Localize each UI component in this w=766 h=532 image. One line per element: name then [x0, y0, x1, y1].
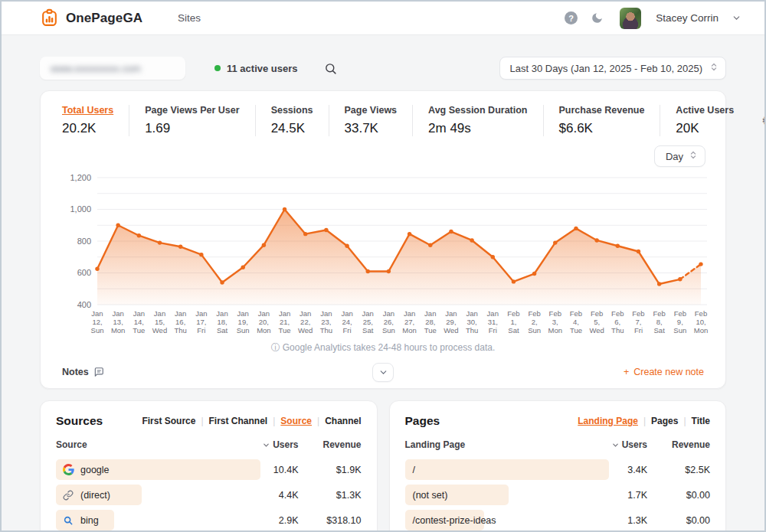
- moon-icon: [591, 11, 604, 24]
- svg-text:Feb6,Thu: Feb6,Thu: [611, 309, 624, 335]
- table-row[interactable]: /contest-prize-ideas1.3K$0.00: [405, 508, 711, 532]
- stat-total-users[interactable]: Total Users20.2K: [62, 105, 129, 136]
- svg-text:Jan23,Thu: Jan23,Thu: [320, 309, 332, 335]
- svg-text:Feb7,Fri: Feb7,Fri: [632, 309, 644, 335]
- interval-select[interactable]: Day: [654, 145, 705, 167]
- stat-label: Total Users: [62, 105, 113, 116]
- value-bar: [405, 459, 610, 480]
- stat-avg-session-duration[interactable]: Avg Session Duration2m 49s: [412, 105, 542, 136]
- svg-text:Feb4,Tue: Feb4,Tue: [570, 309, 582, 335]
- tab-title[interactable]: Title: [692, 416, 710, 426]
- tab-divider: |: [683, 416, 686, 426]
- row-revenue-value: $0.00: [647, 515, 710, 526]
- pages-tabs: Landing Page|Pages|Title: [578, 416, 710, 426]
- table-row[interactable]: google10.4K$1.9K: [56, 457, 362, 482]
- svg-text:Jan18,Sat: Jan18,Sat: [216, 309, 228, 335]
- stat-purchase-revenue[interactable]: Purchase Revenue$6.6K: [543, 105, 660, 136]
- tab-divider: |: [643, 416, 646, 426]
- tab-channel[interactable]: Channel: [325, 416, 361, 426]
- ga-processing-note: ⓘGoogle Analytics takes 24-48 hours to p…: [41, 341, 725, 354]
- stat-label: Page Views Per User: [145, 105, 239, 116]
- note-icon: [93, 367, 104, 377]
- tab-divider: |: [273, 416, 275, 426]
- user-menu-chevron-icon[interactable]: [732, 13, 741, 23]
- pages-panel: Pages Landing Page|Pages|Title Landing P…: [389, 400, 727, 532]
- svg-text:Feb9,Sun: Feb9,Sun: [673, 309, 686, 335]
- tab-source[interactable]: Source: [280, 416, 312, 426]
- row-revenue-value: $1.9K: [299, 465, 362, 475]
- stat-page-views[interactable]: Page Views33.7K: [329, 105, 413, 136]
- row-users-value: 4.4K: [245, 490, 299, 501]
- help-icon[interactable]: ?: [565, 11, 578, 24]
- svg-text:Jan28,Tue: Jan28,Tue: [424, 309, 437, 335]
- metrics-settings-gear-icon[interactable]: ⚙: [761, 115, 766, 127]
- search-button[interactable]: [324, 62, 337, 75]
- tab-first-source[interactable]: First Source: [142, 416, 195, 426]
- tab-divider: |: [317, 416, 319, 426]
- user-name[interactable]: Stacey Corrin: [656, 12, 719, 24]
- create-new-note-link[interactable]: +Create new note: [624, 367, 704, 377]
- svg-text:1,000: 1,000: [70, 204, 91, 214]
- brand[interactable]: OnePageGA: [40, 8, 142, 28]
- link-icon: [63, 489, 74, 501]
- svg-text:Jan13,Mon: Jan13,Mon: [111, 309, 125, 335]
- stat-label: Purchase Revenue: [559, 105, 645, 116]
- dark-mode-toggle[interactable]: [591, 11, 604, 24]
- svg-text:Feb10,Mon: Feb10,Mon: [694, 309, 708, 335]
- svg-text:Jan26,Sun: Jan26,Sun: [382, 309, 395, 335]
- column-users-sort[interactable]: Users: [239, 439, 299, 450]
- table-row[interactable]: (not set)1.7K$0.00: [405, 482, 711, 508]
- table-row[interactable]: (direct)4.4K$1.3K: [56, 482, 362, 508]
- row-label: (direct): [80, 490, 110, 501]
- svg-text:1,200: 1,200: [70, 173, 91, 182]
- svg-text:Feb2,Sun: Feb2,Sun: [528, 309, 541, 335]
- svg-text:400: 400: [77, 300, 91, 309]
- site-selector[interactable]: www.xxxxxxxxx.com: [40, 57, 185, 80]
- svg-text:Jan29,Wed: Jan29,Wed: [444, 309, 458, 335]
- tab-first-channel[interactable]: First Channel: [209, 416, 268, 426]
- brand-name: OnePageGA: [66, 11, 142, 26]
- interval-value: Day: [666, 151, 683, 162]
- svg-text:Jan16,Thu: Jan16,Thu: [175, 309, 187, 335]
- svg-text:Feb5,Wed: Feb5,Wed: [589, 309, 604, 335]
- table-row[interactable]: /3.4K$2.5K: [405, 457, 711, 482]
- svg-text:Jan30,Thu: Jan30,Thu: [466, 309, 478, 335]
- column-users-sort[interactable]: Users: [588, 439, 647, 450]
- row-users-value: 2.9K: [245, 515, 299, 526]
- collapse-notes-button[interactable]: [372, 363, 394, 382]
- row-label: (not set): [413, 490, 448, 501]
- pages-title: Pages: [405, 414, 440, 428]
- user-avatar[interactable]: [620, 8, 641, 29]
- svg-text:Jan20,Mon: Jan20,Mon: [257, 309, 270, 335]
- top-nav: OnePageGA Sites ? Stacey Corrin: [2, 2, 764, 35]
- svg-text:800: 800: [77, 237, 91, 246]
- sources-column-headers: Source Users Revenue: [56, 439, 362, 457]
- stat-sessions[interactable]: Sessions24.5K: [255, 105, 329, 136]
- svg-text:Feb8,Sat: Feb8,Sat: [653, 309, 665, 335]
- stat-value: $6.6K: [559, 121, 645, 136]
- svg-text:Jan15,Wed: Jan15,Wed: [152, 309, 167, 335]
- table-row[interactable]: bing2.9K$318.10: [56, 508, 362, 532]
- date-range-select[interactable]: Last 30 Days (Jan 12, 2025 - Feb 10, 202…: [499, 57, 727, 80]
- svg-text:Feb1,Sat: Feb1,Sat: [507, 309, 519, 335]
- row-users-value: 1.3K: [594, 515, 647, 526]
- sources-tabs: First Source|First Channel|Source|Channe…: [142, 416, 361, 426]
- nav-item-sites[interactable]: Sites: [178, 12, 201, 24]
- tab-landing-page[interactable]: Landing Page: [578, 416, 638, 426]
- row-users-value: 1.7K: [594, 490, 647, 501]
- row-label: google: [80, 465, 110, 475]
- sources-title: Sources: [56, 414, 103, 428]
- sort-chevron-icon: [611, 441, 620, 449]
- pages-rows: /3.4K$2.5K(not set)1.7K$0.00/contest-pri…: [405, 457, 711, 532]
- toolbar: www.xxxxxxxxx.com 11 active users Last 3…: [2, 35, 764, 80]
- stat-active-users[interactable]: Active Users20K: [660, 105, 749, 136]
- svg-text:Jan24,Fri: Jan24,Fri: [341, 309, 352, 335]
- stat-page-views-per-user[interactable]: Page Views Per User1.69: [129, 105, 254, 136]
- svg-text:Jan12,Sun: Jan12,Sun: [91, 309, 104, 335]
- sources-panel: Sources First Source|First Channel|Sourc…: [40, 400, 378, 532]
- stats-row: Total Users20.2KPage Views Per User1.69S…: [41, 91, 725, 136]
- svg-text:Jan21,Tue: Jan21,Tue: [279, 309, 291, 335]
- row-revenue-value: $318.10: [299, 515, 362, 526]
- tab-pages[interactable]: Pages: [651, 416, 678, 426]
- stat-label: Sessions: [271, 105, 313, 116]
